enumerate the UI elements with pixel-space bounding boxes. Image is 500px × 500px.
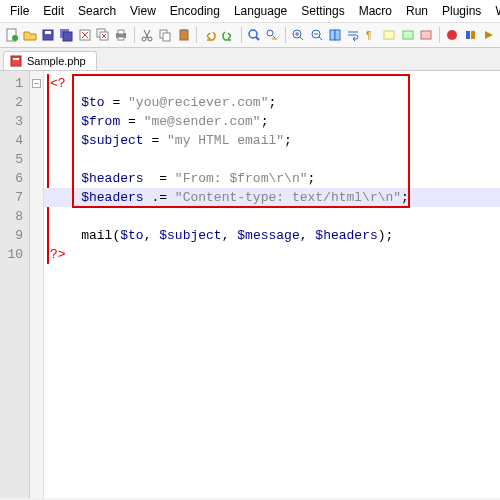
code-line	[44, 150, 500, 169]
toolbar-separator	[134, 27, 135, 43]
menu-run[interactable]: Run	[400, 2, 434, 20]
open-file-icon[interactable]	[22, 26, 37, 44]
code-editor[interactable]: 1 2 3 4 5 6 7 8 9 10 − <? $to = "you@rec…	[0, 71, 500, 498]
doc-map-icon[interactable]	[418, 26, 433, 44]
wordwrap-icon[interactable]	[345, 26, 360, 44]
line-number: 7	[4, 188, 23, 207]
paren: );	[378, 228, 394, 243]
svg-rect-30	[471, 31, 475, 39]
macro-record-icon[interactable]	[444, 26, 459, 44]
menu-edit[interactable]: Edit	[37, 2, 70, 20]
tab-sample-php[interactable]: Sample.php	[3, 51, 97, 70]
string-literal: "me@sender.com"	[144, 114, 261, 129]
zoom-in-icon[interactable]	[291, 26, 306, 44]
menu-settings[interactable]: Settings	[295, 2, 350, 20]
toolbar-separator	[241, 27, 242, 43]
svg-rect-32	[13, 58, 19, 60]
toolbar: ¶	[0, 23, 500, 48]
paste-icon[interactable]	[176, 26, 191, 44]
tab-bar: Sample.php	[0, 48, 500, 71]
variable: $from	[81, 114, 120, 129]
menu-encoding[interactable]: Encoding	[164, 2, 226, 20]
macro-stop-icon[interactable]	[463, 26, 478, 44]
code-line-current: $headers .= "Content-type: text/html\r\n…	[44, 188, 500, 207]
line-number: 2	[4, 93, 23, 112]
code-line: $subject = "my HTML email";	[44, 131, 500, 150]
svg-rect-29	[466, 31, 470, 39]
fold-toggle-icon[interactable]: −	[32, 79, 41, 88]
line-number: 9	[4, 226, 23, 245]
menu-language[interactable]: Language	[228, 2, 293, 20]
indent-guide-icon[interactable]	[382, 26, 397, 44]
toolbar-separator	[285, 27, 286, 43]
operator: =	[120, 114, 143, 129]
fold-column: −	[30, 71, 44, 498]
zoom-out-icon[interactable]	[309, 26, 324, 44]
variable: $headers	[81, 190, 143, 205]
operator: .=	[144, 190, 175, 205]
svg-rect-16	[180, 30, 188, 40]
menu-plugins[interactable]: Plugins	[436, 2, 487, 20]
variable: $subject	[81, 133, 143, 148]
find-icon[interactable]	[246, 26, 261, 44]
menu-file[interactable]: File	[4, 2, 35, 20]
function-call: mail	[81, 228, 112, 243]
svg-point-28	[447, 30, 457, 40]
undo-icon[interactable]	[202, 26, 217, 44]
php-close-tag: ?>	[50, 247, 66, 262]
svg-rect-31	[11, 56, 21, 66]
svg-point-12	[142, 37, 146, 41]
semicolon: ;	[401, 190, 409, 205]
svg-text:¶: ¶	[366, 30, 371, 41]
copy-icon[interactable]	[158, 26, 173, 44]
macro-play-icon[interactable]	[481, 26, 496, 44]
cut-icon[interactable]	[139, 26, 154, 44]
svg-point-19	[267, 30, 273, 36]
string-literal: "From: $from\r\n"	[175, 171, 308, 186]
file-modified-icon	[10, 55, 22, 67]
function-list-icon[interactable]	[400, 26, 415, 44]
semicolon: ;	[307, 171, 315, 186]
code-line: <?	[44, 74, 500, 93]
close-icon[interactable]	[77, 26, 92, 44]
menu-macro[interactable]: Macro	[353, 2, 398, 20]
variable: $to	[81, 95, 104, 110]
svg-point-13	[148, 37, 152, 41]
line-number: 5	[4, 150, 23, 169]
show-all-icon[interactable]: ¶	[364, 26, 379, 44]
toolbar-separator	[439, 27, 440, 43]
variable: $message	[237, 228, 299, 243]
line-number-gutter: 1 2 3 4 5 6 7 8 9 10	[0, 71, 30, 498]
editor-content[interactable]: <? $to = "you@reciever.com"; $from = "me…	[44, 71, 500, 498]
text-cursor	[409, 190, 410, 205]
toolbar-separator	[196, 27, 197, 43]
line-number: 4	[4, 131, 23, 150]
comma: ,	[300, 228, 316, 243]
print-icon[interactable]	[113, 26, 128, 44]
comma: ,	[144, 228, 160, 243]
svg-rect-22	[330, 30, 335, 40]
code-line: $headers = "From: $from\r\n";	[44, 169, 500, 188]
tab-filename: Sample.php	[27, 55, 86, 67]
save-all-icon[interactable]	[59, 26, 74, 44]
sync-icon[interactable]	[327, 26, 342, 44]
menu-view[interactable]: View	[124, 2, 162, 20]
svg-point-1	[12, 35, 18, 41]
close-all-icon[interactable]	[95, 26, 110, 44]
svg-rect-5	[63, 32, 72, 41]
line-number: 6	[4, 169, 23, 188]
svg-rect-27	[421, 31, 431, 39]
php-open-tag: <?	[50, 76, 66, 91]
redo-icon[interactable]	[220, 26, 235, 44]
svg-rect-25	[384, 31, 394, 39]
menu-window[interactable]: Window	[489, 2, 500, 20]
string-literal: "you@reciever.com"	[128, 95, 268, 110]
save-icon[interactable]	[40, 26, 55, 44]
new-file-icon[interactable]	[4, 26, 19, 44]
menu-search[interactable]: Search	[72, 2, 122, 20]
code-line	[44, 207, 500, 226]
svg-rect-17	[182, 29, 186, 31]
svg-rect-10	[118, 30, 124, 34]
replace-icon[interactable]	[265, 26, 280, 44]
line-number: 1	[4, 74, 23, 93]
